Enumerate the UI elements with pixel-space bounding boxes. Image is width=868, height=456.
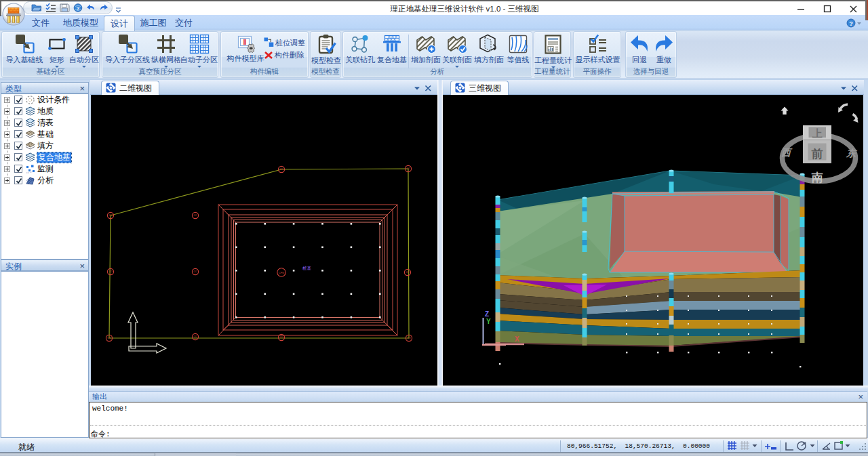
svg-text:CO: CO bbox=[108, 214, 112, 217]
svg-text:?: ? bbox=[849, 20, 853, 27]
svg-text:Z: Z bbox=[485, 310, 489, 318]
svg-text:桩基: 桩基 bbox=[302, 266, 312, 270]
svg-text:西: 西 bbox=[781, 148, 793, 158]
svg-text:CO: CO bbox=[406, 167, 410, 170]
svg-text:CO: CO bbox=[279, 168, 283, 171]
svg-text:CO: CO bbox=[279, 336, 283, 339]
svg-text:前: 前 bbox=[811, 148, 823, 161]
svg-text:南: 南 bbox=[812, 171, 823, 184]
svg-text:CO: CO bbox=[407, 337, 410, 339]
svg-text:?: ? bbox=[77, 5, 80, 12]
svg-text:CO: CO bbox=[406, 271, 409, 274]
svg-text:上: 上 bbox=[812, 127, 823, 139]
svg-text:CO: CO bbox=[108, 270, 112, 273]
svg-text:Y: Y bbox=[486, 318, 491, 325]
svg-text:CO: CO bbox=[193, 335, 197, 338]
svg-text:CO: CO bbox=[193, 214, 197, 217]
svg-text:Ⅱ: Ⅱ bbox=[243, 39, 247, 46]
svg-text:CO: CO bbox=[107, 337, 111, 339]
svg-text:CO: CO bbox=[193, 270, 197, 273]
svg-text:CFG: CFG bbox=[279, 271, 284, 274]
svg-text:X: X bbox=[515, 335, 519, 343]
